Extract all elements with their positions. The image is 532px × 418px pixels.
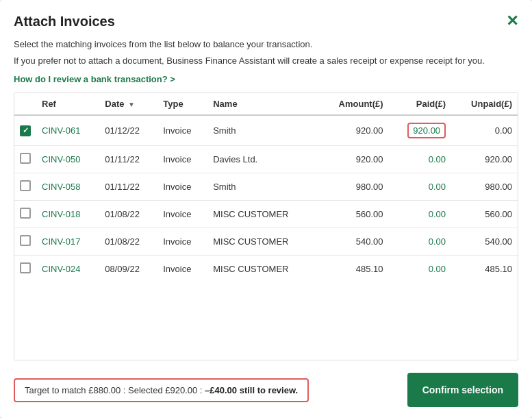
ref-cell[interactable]: CINV-061 [36, 115, 99, 146]
amount-cell: 980.00 [318, 173, 388, 201]
table-row: CINV-05001/11/22InvoiceDavies Ltd.920.00… [14, 146, 518, 173]
type-cell: Invoice [157, 115, 207, 146]
paid-cell: 0.00 [389, 146, 452, 173]
date-cell: 01/08/22 [99, 201, 157, 228]
col-date[interactable]: Date ▼ [99, 93, 157, 115]
checkbox-unchecked[interactable] [20, 235, 31, 246]
col-name: Name [207, 93, 318, 115]
date-cell: 01/12/22 [99, 115, 157, 146]
col-ref: Ref [36, 93, 99, 115]
col-amount: Amount(£) [318, 93, 388, 115]
unpaid-cell: 980.00 [451, 173, 518, 201]
amount-cell: 920.00 [318, 115, 388, 146]
date-cell: 01/08/22 [99, 228, 157, 256]
date-cell: 08/09/22 [99, 256, 157, 283]
type-cell: Invoice [157, 201, 207, 228]
type-cell: Invoice [157, 256, 207, 283]
paid-cell: 920.00 [389, 115, 452, 146]
target-negative: –£40.00 still to review. [205, 385, 298, 395]
unpaid-cell: 485.10 [451, 256, 518, 283]
invoices-table-wrapper: Ref Date ▼ Type Name Amount(£) Paid(£) U… [14, 93, 518, 360]
name-cell: MISC CUSTOMER [207, 228, 318, 256]
modal-header: Attach Invoices ✕ [14, 14, 518, 29]
col-unpaid: Unpaid(£) [451, 93, 518, 115]
type-cell: Invoice [157, 228, 207, 256]
amount-cell: 920.00 [318, 146, 388, 173]
name-cell: MISC CUSTOMER [207, 256, 318, 283]
unpaid-cell: 540.00 [451, 228, 518, 256]
col-type: Type [157, 93, 207, 115]
checkbox-cell[interactable] [14, 115, 36, 146]
date-cell: 01/11/22 [99, 173, 157, 201]
checkbox-unchecked[interactable] [20, 153, 31, 164]
name-cell: Davies Ltd. [207, 146, 318, 173]
ref-cell[interactable]: CINV-050 [36, 146, 99, 173]
confirm-selection-button[interactable]: Confirm selection [407, 373, 518, 407]
modal-title: Attach Invoices [14, 14, 115, 29]
name-cell: Smith [207, 173, 318, 201]
paid-cell: 0.00 [389, 201, 452, 228]
paid-highlighted-value: 920.00 [407, 123, 446, 138]
checkbox-cell[interactable] [14, 173, 36, 201]
ref-cell[interactable]: CINV-018 [36, 201, 99, 228]
table-header-row: Ref Date ▼ Type Name Amount(£) Paid(£) U… [14, 93, 518, 115]
description-line1: Select the matching invoices from the li… [14, 38, 518, 51]
amount-cell: 540.00 [318, 228, 388, 256]
paid-cell: 0.00 [389, 228, 452, 256]
name-cell: MISC CUSTOMER [207, 201, 318, 228]
amount-cell: 485.10 [318, 256, 388, 283]
unpaid-cell: 0.00 [451, 115, 518, 146]
modal-footer: Target to match £880.00 : Selected £920.… [14, 373, 518, 407]
invoices-table: Ref Date ▼ Type Name Amount(£) Paid(£) U… [14, 93, 518, 282]
type-cell: Invoice [157, 146, 207, 173]
table-row: CINV-02408/09/22InvoiceMISC CUSTOMER485.… [14, 256, 518, 283]
target-text: Target to match £880.00 : Selected £920.… [25, 385, 205, 395]
table-row: CINV-06101/12/22InvoiceSmith920.00920.00… [14, 115, 518, 146]
target-info-box: Target to match £880.00 : Selected £920.… [14, 378, 309, 402]
checkbox-unchecked[interactable] [20, 208, 31, 219]
amount-cell: 560.00 [318, 201, 388, 228]
name-cell: Smith [207, 115, 318, 146]
checkbox-cell[interactable] [14, 146, 36, 173]
checkbox-unchecked[interactable] [20, 180, 31, 191]
checkbox-checked[interactable] [20, 125, 31, 136]
col-checkbox [14, 93, 36, 115]
checkbox-unchecked[interactable] [20, 262, 31, 273]
unpaid-cell: 560.00 [451, 201, 518, 228]
ref-cell[interactable]: CINV-024 [36, 256, 99, 283]
date-cell: 01/11/22 [99, 146, 157, 173]
paid-cell: 0.00 [389, 173, 452, 201]
checkbox-cell[interactable] [14, 256, 36, 283]
table-row: CINV-05801/11/22InvoiceSmith980.000.0098… [14, 173, 518, 201]
table-row: CINV-01701/08/22InvoiceMISC CUSTOMER540.… [14, 228, 518, 256]
description-line2: If you prefer not to attach a document, … [14, 54, 518, 68]
close-button[interactable]: ✕ [506, 14, 518, 29]
ref-cell[interactable]: CINV-017 [36, 228, 99, 256]
sort-icon: ▼ [128, 101, 135, 108]
checkbox-cell[interactable] [14, 201, 36, 228]
attach-invoices-modal: Attach Invoices ✕ Select the matching in… [0, 0, 532, 418]
ref-cell[interactable]: CINV-058 [36, 173, 99, 201]
table-row: CINV-01801/08/22InvoiceMISC CUSTOMER560.… [14, 201, 518, 228]
help-link[interactable]: How do I review a bank transaction? > [14, 74, 518, 84]
col-paid: Paid(£) [389, 93, 452, 115]
unpaid-cell: 920.00 [451, 146, 518, 173]
paid-cell: 0.00 [389, 256, 452, 283]
type-cell: Invoice [157, 173, 207, 201]
checkbox-cell[interactable] [14, 228, 36, 256]
